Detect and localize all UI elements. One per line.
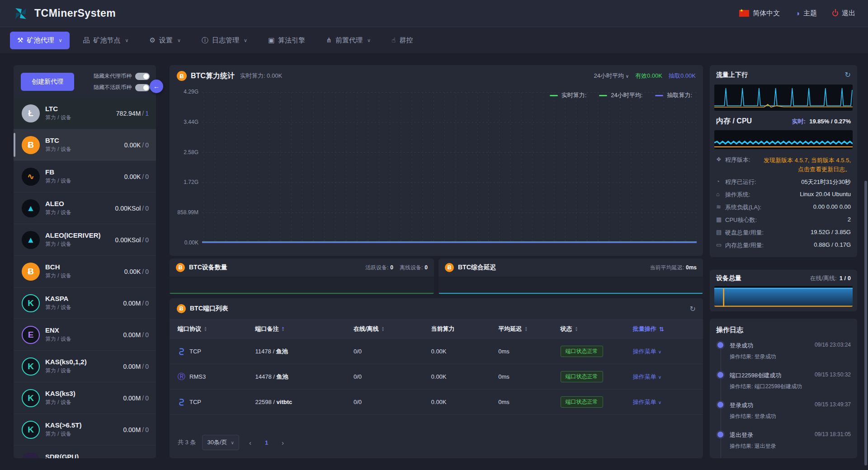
coin-item-bch[interactable]: ɃBCH算力 / 设备0.00K/0 <box>14 256 156 287</box>
realtime-hashrate-text: 实时算力: 0.00K <box>240 72 282 80</box>
column-header-6[interactable]: 状态▲▼ <box>561 325 633 333</box>
logout-button[interactable]: 退出 <box>832 9 855 18</box>
legend-item[interactable]: 实时算力: <box>550 91 587 99</box>
create-proxy-button[interactable]: 创建新代理 <box>21 73 74 91</box>
nav-item-algo-engine[interactable]: ▣算法引擎 <box>261 32 312 49</box>
status-badge: 端口状态正常 <box>561 371 603 382</box>
nav-item-group-control[interactable]: ☝群控 <box>384 32 420 49</box>
online-offline: 在线/离线:1 / 0 <box>810 274 851 282</box>
refresh-icon[interactable]: ↻ <box>690 305 696 313</box>
legend-item[interactable]: 24小时平均: <box>599 91 642 99</box>
page-scrollbar[interactable] <box>864 181 867 465</box>
sort-icon[interactable]: ▲▼ <box>575 326 578 332</box>
latency-panel: Ƀ BTC综合延迟 当前平均延迟:0ms <box>439 258 703 295</box>
action-menu-button[interactable]: 操作菜单∨ <box>633 373 695 381</box>
page-number[interactable]: 1 <box>261 437 272 448</box>
protocol-name: TCP <box>189 348 201 355</box>
coin-item-kas-ks3[interactable]: KKAS(ks3)算力 / 设备0.00M/0 <box>14 382 156 414</box>
nav-item-miner-proxy[interactable]: ⚒矿池代理∨ <box>10 32 70 49</box>
sort-icon[interactable]: ▲▼ <box>382 326 385 332</box>
tcp-protocol-icon <box>178 398 185 406</box>
coin-hashrate: 0.00KSol <box>115 205 141 212</box>
page-size-select[interactable]: 30条/页 ∨ <box>202 435 239 450</box>
coin-item-kas-ks0-1-2[interactable]: KKAS(ks0,1,2)算力 / 设备0.00M/0 <box>14 351 156 382</box>
nav-item-settings[interactable]: ⚙设置∨ <box>142 32 189 49</box>
column-header-4[interactable]: 当前算力 <box>431 325 499 333</box>
coin-hashrate: 0.00KSol <box>115 236 141 244</box>
status-badge: 端口状态正常 <box>561 396 603 408</box>
coin-device-count: 0 <box>145 331 149 338</box>
refresh-icon[interactable]: ↻ <box>845 70 851 79</box>
action-menu-button[interactable]: 操作菜单∨ <box>633 398 695 406</box>
log-entry-time: 09/13 18:31:05 <box>815 431 851 439</box>
coin-value: 0.00M/0 <box>123 331 149 338</box>
device-total-title: 设备总量 <box>716 274 741 282</box>
coin-item-aleo[interactable]: ▲ALEO算力 / 设备0.00KSol/0 <box>14 193 156 224</box>
action-menu-button[interactable]: 操作菜单∨ <box>633 348 695 356</box>
coin-item-enx[interactable]: EENX算力 / 设备0.00M/0 <box>14 319 156 351</box>
device-total-panel: 设备总量 在线/离线:1 / 0 <box>710 270 857 311</box>
coin-info: FB算力 / 设备 <box>45 168 71 185</box>
coin-item-fb[interactable]: ∿FB算力 / 设备0.00K/0 <box>14 161 156 193</box>
info-row-value[interactable]: 发现新版本 4.5.7, 当前版本 4.5.5, 点击查看更新日志。 <box>760 156 851 174</box>
theme-switcher[interactable]: ◑ 主题 <box>795 9 817 18</box>
coin-item-aleo-iceriver[interactable]: ▲ALEO(ICERIVER)算力 / 设备0.00KSol/0 <box>14 224 156 256</box>
prev-page-button[interactable]: ‹ <box>245 437 255 448</box>
coin-value: 0.00KSol/0 <box>115 236 149 244</box>
coin-item-ltc[interactable]: ŁLTC算力 / 设备782.94M/1 <box>14 98 156 129</box>
sort-icon[interactable]: ▲▼ <box>282 326 285 332</box>
coin-item-sdr-gpu[interactable]: ◈SDR(GPU)算力 / 设备0.00M/0 <box>14 446 156 458</box>
avg-selector[interactable]: 24小时平均 ∨ <box>594 72 629 80</box>
hashrate-chart: 实时算力:24小时平均:抽取算力: <box>202 89 697 249</box>
language-label: 简体中文 <box>753 9 780 18</box>
sidebar-collapse-button[interactable]: ← <box>150 80 163 93</box>
sort-icon[interactable]: ▲▼ <box>524 326 528 332</box>
column-label: 端口协议 <box>178 325 201 333</box>
log-entry: 退出登录09/13 18:31:05操作结果: 退出登录 <box>730 431 851 450</box>
column-label: 在线/离线 <box>354 325 379 333</box>
system-info-row: ❖程序版本:发现新版本 4.5.7, 当前版本 4.5.5, 点击查看更新日志。 <box>716 154 851 176</box>
coin-name: KAS(ks0,1,2) <box>45 358 87 366</box>
btc-coin-icon: Ƀ <box>177 71 187 81</box>
separator: / <box>142 395 144 402</box>
hide-unproxied-toggle[interactable] <box>135 73 150 80</box>
coin-item-kaspa[interactable]: KKASPA算力 / 设备0.00M/0 <box>14 287 156 319</box>
language-switcher[interactable]: 简体中文 <box>739 9 780 18</box>
nav-item-log-manage[interactable]: ⓘ日志管理∨ <box>194 32 255 49</box>
next-page-button[interactable]: › <box>278 437 288 448</box>
arrow-left-icon: ← <box>153 83 160 90</box>
hide-inactive-toggle[interactable] <box>135 84 150 91</box>
chevron-down-icon: ∨ <box>658 375 661 380</box>
coin-stat-label: 算力 / 设备 <box>45 335 71 343</box>
column-header-7[interactable]: 批量操作⇅ <box>633 325 695 333</box>
column-header-5[interactable]: 平均延迟▲▼ <box>498 325 560 333</box>
info-row-label: 操作系统: <box>725 191 750 199</box>
coin-info: KASPA算力 / 设备 <box>45 295 71 311</box>
info-row-icon: ≋ <box>716 203 725 210</box>
nav-item-miner-node[interactable]: 品矿池节点∨ <box>76 32 136 49</box>
column-header-1[interactable]: 端口协议▲▼ <box>178 325 255 333</box>
sort-icon[interactable]: ▲▼ <box>204 326 207 332</box>
port-note-name: 鱼池 <box>276 348 288 355</box>
coin-list: ŁLTC算力 / 设备782.94M/1ɃBTC算力 / 设备0.00K/0∿F… <box>14 98 156 458</box>
column-header-2[interactable]: 端口备注▲▼ <box>255 325 354 333</box>
separator: / <box>142 205 144 212</box>
legend-marker <box>599 95 607 96</box>
info-row-icon: ⌂ <box>716 191 725 197</box>
info-row-value: 19.52G / 3.85G <box>811 229 851 235</box>
coin-value: 0.00M/0 <box>123 363 149 370</box>
info-row-icon: ▦ <box>716 216 725 223</box>
nav-item-front-proxy[interactable]: ⋔前置代理∨ <box>319 32 378 49</box>
log-entry-head: 退出登录09/13 18:31:05 <box>730 431 851 439</box>
system-info-row: ▭内存总量/用量:0.88G / 0.17G <box>716 239 851 252</box>
port-list-panel: Ƀ BTC端口列表 ↻ 端口协议▲▼端口备注▲▼在线/离线▲▼当前算力平均延迟▲… <box>170 298 703 458</box>
coin-name: BCH <box>45 263 71 271</box>
coin-name: ALEO <box>45 200 71 207</box>
realtime-label: 实时: <box>792 118 806 126</box>
content: ← 创建新代理 隐藏未代理币种 隐藏不活跃币种 ŁLTC算力 / 设备782.9… <box>0 53 868 458</box>
coin-item-btc[interactable]: ɃBTC算力 / 设备0.00K/0 <box>14 129 156 161</box>
legend-marker <box>550 95 558 96</box>
column-header-3[interactable]: 在线/离线▲▼ <box>354 325 431 333</box>
coin-item-kas-6-5t[interactable]: KKAS(>6.5T)算力 / 设备0.00M/0 <box>14 414 156 446</box>
legend-item[interactable]: 抽取算力: <box>655 91 692 99</box>
